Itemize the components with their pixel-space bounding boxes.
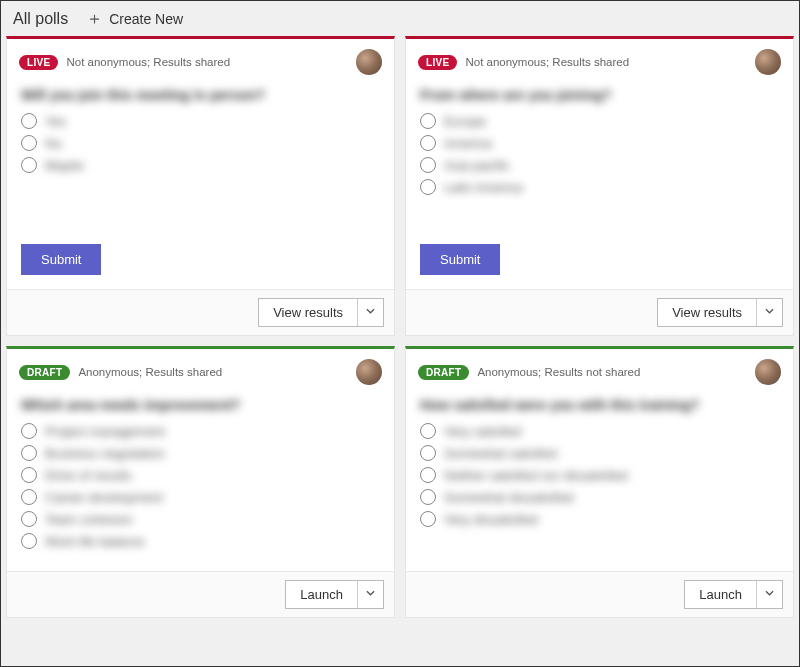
poll-question: Which area needs improvement? bbox=[21, 397, 380, 413]
option-label: Yes bbox=[45, 114, 66, 129]
avatar[interactable] bbox=[755, 359, 781, 385]
view-results-button-group: View results bbox=[258, 298, 384, 327]
option-label: America bbox=[444, 136, 492, 151]
poll-option[interactable]: Neither satisfied nor dissatisfied bbox=[420, 467, 779, 483]
view-results-button[interactable]: View results bbox=[658, 299, 756, 326]
poll-option[interactable]: No bbox=[21, 135, 380, 151]
option-label: Drive of results bbox=[45, 468, 132, 483]
chevron-down-icon bbox=[765, 308, 774, 317]
poll-option[interactable]: Europe bbox=[420, 113, 779, 129]
radio-icon bbox=[420, 179, 436, 195]
poll-option[interactable]: Very satisfied bbox=[420, 423, 779, 439]
poll-option[interactable]: Drive of results bbox=[21, 467, 380, 483]
launch-button[interactable]: Launch bbox=[286, 581, 357, 608]
polls-grid: LIVE Not anonymous; Results shared Will … bbox=[1, 36, 799, 623]
view-results-button-dropdown[interactable] bbox=[756, 299, 782, 326]
card-header: DRAFT Anonymous; Results shared bbox=[7, 349, 394, 391]
option-label: Work life balance bbox=[45, 534, 144, 549]
option-label: Europe bbox=[444, 114, 486, 129]
options-list: Very satisfied Somewhat satisfied Neithe… bbox=[420, 423, 779, 527]
radio-icon bbox=[21, 445, 37, 461]
options-list: Yes No Maybe bbox=[21, 113, 380, 173]
poll-option[interactable]: Asia pacific bbox=[420, 157, 779, 173]
submit-button[interactable]: Submit bbox=[21, 244, 101, 275]
poll-option[interactable]: Very dissatisfied bbox=[420, 511, 779, 527]
launch-button-group: Launch bbox=[684, 580, 783, 609]
option-label: Project management bbox=[45, 424, 165, 439]
chevron-down-icon bbox=[765, 590, 774, 599]
card-header: LIVE Not anonymous; Results shared bbox=[7, 39, 394, 81]
card-footer: View results bbox=[7, 289, 394, 335]
poll-option[interactable]: Latin America bbox=[420, 179, 779, 195]
radio-icon bbox=[420, 445, 436, 461]
poll-question: Will you join this meeting in person? bbox=[21, 87, 380, 103]
poll-option[interactable]: Maybe bbox=[21, 157, 380, 173]
poll-meta: Not anonymous; Results shared bbox=[66, 56, 230, 68]
option-label: Business negotiation bbox=[45, 446, 165, 461]
poll-meta: Not anonymous; Results shared bbox=[465, 56, 629, 68]
launch-button-dropdown[interactable] bbox=[357, 581, 383, 608]
poll-card: LIVE Not anonymous; Results shared From … bbox=[405, 36, 794, 336]
option-label: Latin America bbox=[444, 180, 523, 195]
radio-icon bbox=[21, 113, 37, 129]
status-badge: LIVE bbox=[19, 55, 58, 70]
radio-icon bbox=[420, 423, 436, 439]
option-label: Somewhat dissatisfied bbox=[444, 490, 573, 505]
radio-icon bbox=[21, 157, 37, 173]
poll-option[interactable]: Somewhat satisfied bbox=[420, 445, 779, 461]
create-new-label: Create New bbox=[109, 11, 183, 27]
option-label: Maybe bbox=[45, 158, 84, 173]
poll-option[interactable]: Work life balance bbox=[21, 533, 380, 549]
submit-row: Submit bbox=[7, 236, 394, 289]
radio-icon bbox=[420, 511, 436, 527]
card-body: How satisfied were you with this trainin… bbox=[406, 391, 793, 571]
poll-question: How satisfied were you with this trainin… bbox=[420, 397, 779, 413]
poll-option[interactable]: Yes bbox=[21, 113, 380, 129]
view-results-button-group: View results bbox=[657, 298, 783, 327]
option-label: No bbox=[45, 136, 62, 151]
poll-option[interactable]: Team cohesion bbox=[21, 511, 380, 527]
poll-option[interactable]: Business negotiation bbox=[21, 445, 380, 461]
card-body: From where are you joining? Europe Ameri… bbox=[406, 81, 793, 236]
page-header: All polls ＋ Create New bbox=[1, 1, 799, 36]
options-list: Europe America Asia pacific Latin Americ… bbox=[420, 113, 779, 195]
create-new-button[interactable]: ＋ Create New bbox=[86, 7, 183, 30]
poll-option[interactable]: Somewhat dissatisfied bbox=[420, 489, 779, 505]
launch-button-group: Launch bbox=[285, 580, 384, 609]
card-footer: Launch bbox=[406, 571, 793, 617]
poll-option[interactable]: Project management bbox=[21, 423, 380, 439]
radio-icon bbox=[21, 467, 37, 483]
options-list: Project management Business negotiation … bbox=[21, 423, 380, 549]
poll-question: From where are you joining? bbox=[420, 87, 779, 103]
poll-option[interactable]: Career development bbox=[21, 489, 380, 505]
avatar[interactable] bbox=[356, 49, 382, 75]
radio-icon bbox=[21, 533, 37, 549]
view-results-button-dropdown[interactable] bbox=[357, 299, 383, 326]
avatar[interactable] bbox=[755, 49, 781, 75]
status-badge: DRAFT bbox=[418, 365, 469, 380]
poll-card: DRAFT Anonymous; Results not shared How … bbox=[405, 346, 794, 618]
radio-icon bbox=[21, 135, 37, 151]
option-label: Asia pacific bbox=[444, 158, 510, 173]
status-badge: LIVE bbox=[418, 55, 457, 70]
card-header: LIVE Not anonymous; Results shared bbox=[406, 39, 793, 81]
card-body: Will you join this meeting in person? Ye… bbox=[7, 81, 394, 236]
view-results-button[interactable]: View results bbox=[259, 299, 357, 326]
chevron-down-icon bbox=[366, 590, 375, 599]
launch-button-dropdown[interactable] bbox=[756, 581, 782, 608]
radio-icon bbox=[420, 135, 436, 151]
radio-icon bbox=[420, 489, 436, 505]
launch-button[interactable]: Launch bbox=[685, 581, 756, 608]
poll-option[interactable]: America bbox=[420, 135, 779, 151]
poll-card: DRAFT Anonymous; Results shared Which ar… bbox=[6, 346, 395, 618]
avatar[interactable] bbox=[356, 359, 382, 385]
radio-icon bbox=[420, 157, 436, 173]
poll-meta: Anonymous; Results shared bbox=[78, 366, 222, 378]
radio-icon bbox=[420, 113, 436, 129]
card-header: DRAFT Anonymous; Results not shared bbox=[406, 349, 793, 391]
radio-icon bbox=[21, 511, 37, 527]
submit-button[interactable]: Submit bbox=[420, 244, 500, 275]
card-footer: Launch bbox=[7, 571, 394, 617]
option-label: Very dissatisfied bbox=[444, 512, 538, 527]
card-footer: View results bbox=[406, 289, 793, 335]
